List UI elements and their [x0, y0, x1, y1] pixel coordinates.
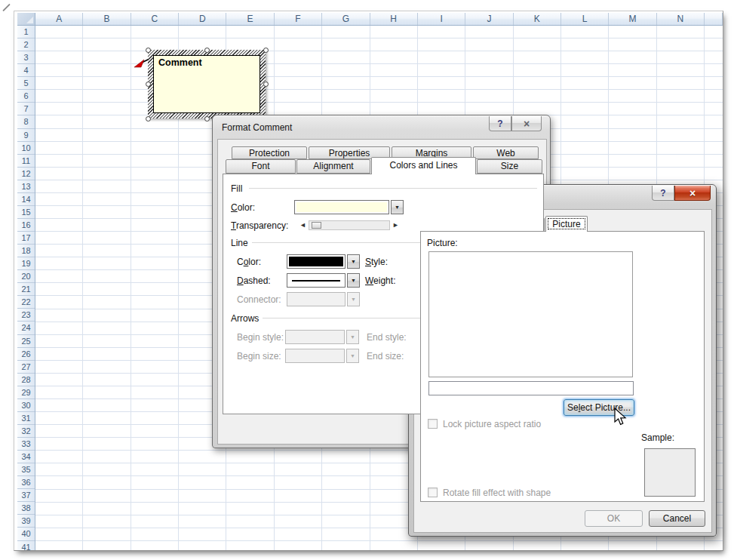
slider-thumb[interactable]	[312, 222, 321, 229]
row-header[interactable]: 12	[17, 168, 35, 180]
column-header[interactable]: I	[418, 13, 465, 25]
slider-right-arrow-icon[interactable]: ►	[392, 220, 399, 231]
format-comment-titlebar[interactable]: Format Comment	[222, 122, 292, 133]
row-header[interactable]: 21	[17, 283, 35, 296]
row-header[interactable]: 18	[17, 245, 35, 257]
column-header[interactable]: D	[179, 13, 226, 25]
resize-handle[interactable]	[146, 116, 151, 122]
row-header[interactable]: 4	[17, 64, 35, 77]
column-header[interactable]: L	[561, 13, 609, 25]
row-header[interactable]: 15	[17, 206, 35, 219]
row-header[interactable]: 25	[17, 335, 35, 348]
row-header[interactable]: 31	[17, 412, 35, 425]
row-header[interactable]: 22	[17, 296, 35, 309]
select-all-corner[interactable]	[17, 13, 35, 26]
line-color-dropdown[interactable]: ▼	[287, 254, 360, 269]
row-header[interactable]: 30	[17, 399, 35, 412]
row-header[interactable]: 20	[17, 270, 35, 283]
tab-font[interactable]: Font	[226, 159, 296, 174]
tab-picture[interactable]: Picture	[545, 216, 588, 232]
row-header[interactable]: 41	[17, 541, 35, 552]
column-header[interactable]: C	[131, 13, 179, 25]
row-header[interactable]: 11	[17, 155, 35, 168]
tab-web[interactable]: Web	[473, 146, 539, 159]
end-style-label: End style:	[367, 332, 407, 343]
fill-effects-client: Gradient Texture Pattern Picture Picture…	[413, 209, 712, 533]
column-header[interactable]: E	[226, 13, 274, 25]
begin-style-label: Begin style:	[237, 332, 284, 343]
tab-alignment[interactable]: Alignment	[296, 159, 370, 174]
column-header[interactable]: H	[370, 13, 418, 25]
row-header[interactable]: 33	[17, 438, 35, 451]
row-header[interactable]: 1	[17, 26, 35, 38]
dropdown-arrow-icon[interactable]: ▼	[347, 254, 360, 269]
column-header[interactable]: G	[322, 13, 370, 25]
resize-handle[interactable]	[263, 82, 269, 87]
fill-color-dropdown[interactable]: ▼	[294, 200, 404, 214]
row-header[interactable]: 2	[17, 38, 35, 51]
transparency-slider[interactable]: ◄ ►	[299, 220, 399, 231]
dropdown-arrow-icon[interactable]: ▼	[391, 200, 404, 214]
row-header[interactable]: 40	[17, 528, 35, 540]
row-header[interactable]: 19	[17, 257, 35, 270]
resize-handle[interactable]	[204, 116, 210, 122]
resize-handle[interactable]	[204, 48, 210, 53]
slider-left-arrow-icon[interactable]: ◄	[299, 220, 306, 231]
slider-track[interactable]	[309, 220, 390, 230]
tab-size[interactable]: Size	[477, 159, 542, 174]
sample-box	[644, 448, 696, 497]
row-header[interactable]: 36	[17, 476, 35, 489]
tab-colors-and-lines[interactable]: Colors and Lines	[371, 157, 476, 174]
tab-protection[interactable]: Protection	[232, 146, 307, 159]
row-header[interactable]: 39	[17, 515, 35, 528]
row-header[interactable]: 26	[17, 348, 35, 361]
row-header[interactable]: 3	[17, 51, 35, 64]
row-header[interactable]: 38	[17, 502, 35, 515]
row-header[interactable]: 6	[17, 90, 35, 103]
dashed-label: Dashed:	[237, 275, 271, 286]
row-header[interactable]: 13	[17, 180, 35, 193]
row-header[interactable]: 34	[17, 451, 35, 463]
end-size-label: End size:	[367, 351, 404, 362]
column-header[interactable]: F	[275, 13, 322, 25]
row-header[interactable]: 17	[17, 232, 35, 245]
row-header[interactable]: 28	[17, 374, 35, 386]
row-header[interactable]: 37	[17, 489, 35, 502]
row-header[interactable]: 24	[17, 322, 35, 334]
row-header[interactable]: 23	[17, 309, 35, 322]
row-header[interactable]: 7	[17, 103, 35, 115]
row-header[interactable]: 32	[17, 425, 35, 438]
dropdown-arrow-icon[interactable]: ▼	[347, 273, 360, 288]
row-header[interactable]: 8	[17, 115, 35, 128]
column-header[interactable]: A	[35, 13, 83, 25]
dashed-dropdown[interactable]: ▼	[287, 273, 360, 288]
close-button[interactable]: ×	[674, 186, 711, 201]
cancel-button[interactable]: Cancel	[649, 510, 705, 527]
close-button[interactable]: ×	[511, 116, 542, 131]
resize-handle[interactable]	[146, 48, 151, 53]
column-header[interactable]	[705, 13, 723, 25]
help-button[interactable]: ?	[489, 116, 511, 131]
column-header[interactable]: J	[465, 13, 513, 25]
row-headers: 1234567891011121314151617181920212223242…	[17, 26, 35, 551]
row-header[interactable]: 35	[17, 463, 35, 476]
column-header[interactable]: K	[514, 13, 561, 25]
resize-handle[interactable]	[263, 48, 269, 53]
picture-filename-field[interactable]	[428, 381, 634, 395]
comment-box[interactable]: Comment	[148, 50, 266, 118]
row-header[interactable]: 27	[17, 361, 35, 374]
row-header[interactable]: 5	[17, 77, 35, 90]
line-style-label: Style:	[365, 257, 388, 267]
row-header[interactable]: 29	[17, 386, 35, 399]
row-header[interactable]: 9	[17, 129, 35, 142]
row-header[interactable]: 10	[17, 142, 35, 155]
row-header[interactable]: 14	[17, 193, 35, 206]
column-header[interactable]: M	[609, 13, 656, 25]
help-button[interactable]: ?	[652, 186, 674, 201]
column-header[interactable]: N	[657, 13, 705, 25]
resize-handle[interactable]	[146, 82, 151, 87]
comment-text[interactable]: Comment	[153, 55, 260, 113]
row-header[interactable]: 16	[17, 219, 35, 232]
column-header[interactable]: B	[83, 13, 131, 25]
solid-line-icon	[292, 280, 340, 282]
